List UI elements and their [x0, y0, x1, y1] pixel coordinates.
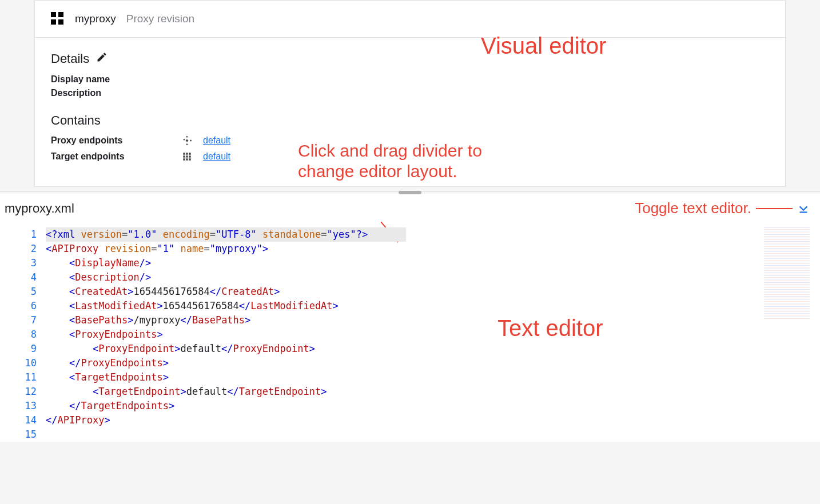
description-label: Description	[51, 88, 769, 98]
proxy-name: myproxy	[75, 13, 116, 25]
code-line: </APIProxy>	[46, 413, 820, 427]
collapse-icon[interactable]	[797, 202, 810, 215]
apps-icon	[51, 12, 65, 26]
code-line	[46, 427, 820, 442]
code-line: </ProxyEndpoints>	[46, 356, 820, 370]
annotation-drag-l2: change editor layout.	[298, 161, 482, 182]
contains-title: Contains	[51, 113, 769, 128]
card-header: myproxy Proxy revision	[35, 1, 785, 38]
code-line: <TargetEndpoint>default</TargetEndpoint>	[46, 385, 820, 399]
proxy-endpoints-label: Proxy endpoints	[51, 135, 171, 146]
code-line: <CreatedAt>1654456176584</CreatedAt>	[46, 285, 820, 299]
annotation-text-editor: Text editor	[497, 315, 603, 341]
line-number-gutter: 1 2 3 4 5 6 7 8 9 10 11 12 13 14 15	[0, 227, 46, 442]
target-endpoints-label: Target endpoints	[51, 151, 171, 162]
annotation-toggle-line	[756, 208, 793, 209]
code-line: </TargetEndpoints>	[46, 399, 820, 413]
details-title-row: Details	[51, 51, 769, 66]
annotation-visual-editor: Visual editor	[481, 33, 606, 59]
visual-editor-card: myproxy Proxy revision Details Display n…	[34, 0, 786, 187]
grid-icon	[181, 151, 193, 162]
edit-icon[interactable]	[96, 51, 108, 66]
code-line: <TargetEndpoints>	[46, 370, 820, 385]
code-line: <LastModifiedAt>1654456176584</LastModif…	[46, 299, 820, 313]
details-title: Details	[51, 51, 89, 66]
code-editor[interactable]: 1 2 3 4 5 6 7 8 9 10 11 12 13 14 15 <?xm…	[0, 227, 820, 442]
code-area[interactable]: <?xml version="1.0" encoding="UTF-8" sta…	[46, 227, 820, 442]
code-line: <ProxyEndpoints>	[46, 327, 820, 342]
code-line: <DisplayName/>	[46, 256, 820, 270]
annotation-toggle: Toggle text editor.	[635, 199, 751, 217]
annotation-drag-l1: Click and drag divider to	[298, 141, 482, 161]
target-endpoints-link[interactable]: default	[203, 151, 230, 162]
code-line: <BasePaths>/myproxy</BasePaths>	[46, 313, 820, 327]
filename: myproxy.xml	[5, 201, 74, 216]
proxy-subtitle: Proxy revision	[126, 13, 194, 25]
card-body: Details Display name Description Contain…	[35, 38, 785, 186]
code-line: <APIProxy revision="1" name="myproxy">	[46, 242, 820, 256]
code-minimap[interactable]	[764, 227, 810, 319]
code-line: <?xml version="1.0" encoding="UTF-8" sta…	[46, 227, 820, 242]
move-icon	[181, 135, 193, 146]
text-editor-header: myproxy.xml Toggle text editor.	[0, 194, 820, 227]
proxy-endpoints-link[interactable]: default	[203, 135, 230, 146]
text-editor-pane: myproxy.xml Toggle text editor. 1 2 3 4 …	[0, 194, 820, 442]
code-line: <ProxyEndpoint>default</ProxyEndpoint>	[46, 342, 820, 356]
display-name-label: Display name	[51, 74, 769, 85]
code-line: <Description/>	[46, 270, 820, 285]
